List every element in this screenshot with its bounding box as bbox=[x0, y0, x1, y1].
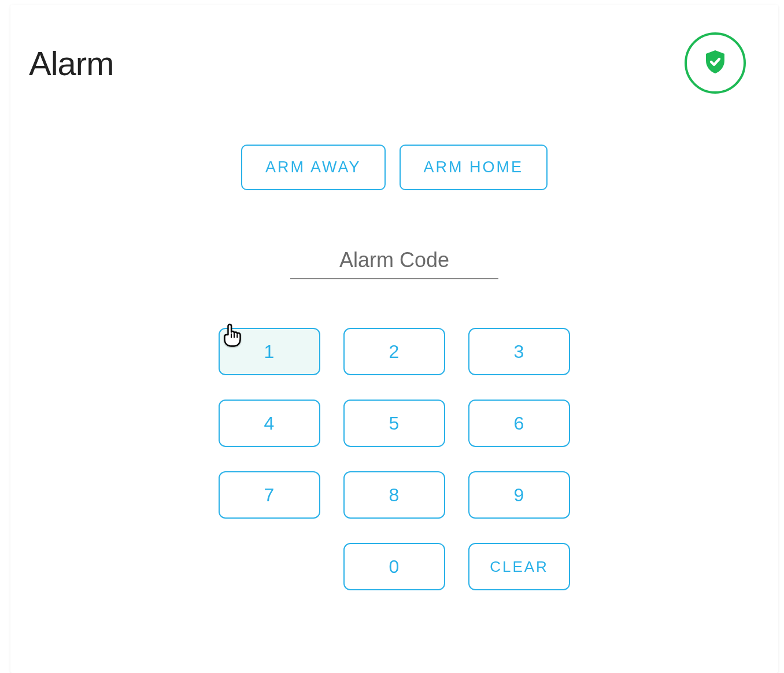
arm-button-row: ARM AWAY ARM HOME bbox=[10, 145, 778, 190]
keypad-7-button[interactable]: 7 bbox=[219, 471, 320, 519]
shield-check-icon bbox=[701, 48, 729, 78]
keypad-8-button[interactable]: 8 bbox=[343, 471, 445, 519]
keypad-empty bbox=[219, 543, 320, 590]
keypad-2-button[interactable]: 2 bbox=[343, 328, 445, 375]
keypad-4-button[interactable]: 4 bbox=[219, 400, 320, 447]
keypad-3-button[interactable]: 3 bbox=[468, 328, 570, 375]
keypad-1-button[interactable]: 1 bbox=[219, 328, 320, 375]
keypad-clear-button[interactable]: CLEAR bbox=[468, 543, 570, 590]
keypad-5-button[interactable]: 5 bbox=[343, 400, 445, 447]
arm-away-button[interactable]: ARM AWAY bbox=[241, 145, 386, 190]
arm-home-button[interactable]: ARM HOME bbox=[400, 145, 548, 190]
keypad: 1 2 3 4 5 6 7 8 9 0 CLEAR bbox=[10, 328, 778, 590]
alarm-panel: Alarm ARM AWAY ARM HOME 1 2 3 4 5 6 7 8 … bbox=[10, 5, 778, 673]
panel-header: Alarm bbox=[10, 5, 778, 94]
keypad-0-button[interactable]: 0 bbox=[343, 543, 445, 590]
keypad-6-button[interactable]: 6 bbox=[468, 400, 570, 447]
status-badge[interactable] bbox=[685, 32, 746, 94]
alarm-code-input[interactable] bbox=[290, 243, 498, 279]
keypad-9-button[interactable]: 9 bbox=[468, 471, 570, 519]
page-title: Alarm bbox=[29, 44, 113, 83]
code-input-wrap bbox=[10, 243, 778, 279]
